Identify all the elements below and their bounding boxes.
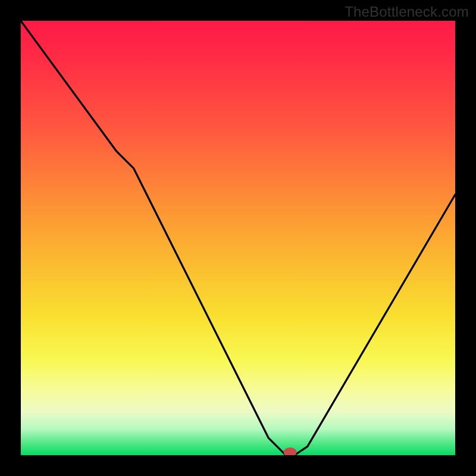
optimal-marker xyxy=(284,447,297,455)
bottleneck-chart: TheBottleneck.com xyxy=(0,0,476,476)
plot-svg xyxy=(21,21,455,455)
bottleneck-line-path xyxy=(21,21,455,455)
plot-area xyxy=(21,21,455,455)
attribution-label: TheBottleneck.com xyxy=(345,4,469,20)
